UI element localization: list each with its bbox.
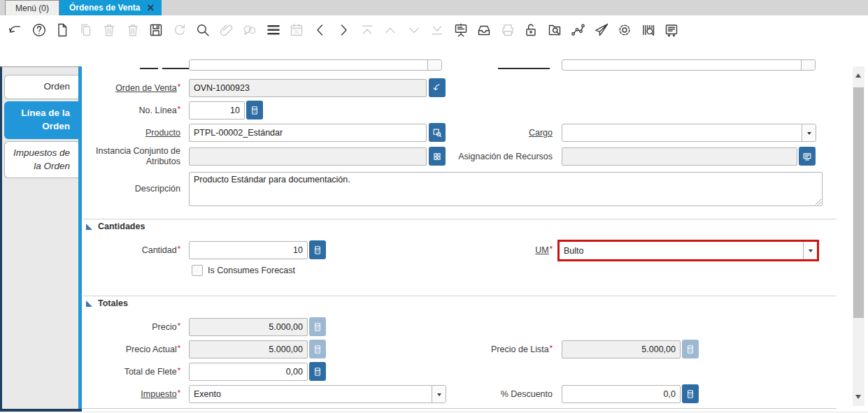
calculator-icon: [248, 104, 261, 117]
producto-label: Producto: [82, 128, 180, 138]
calculator-button-disabled: [309, 340, 326, 358]
calculator-button[interactable]: [309, 362, 326, 381]
sidebar-tabs: OrdenLínea de la OrdenImpuestos de la Or…: [0, 66, 78, 412]
new-record-icon[interactable]: [54, 22, 71, 38]
scrollbar-thumb[interactable]: [853, 87, 864, 318]
product-info-icon[interactable]: [640, 22, 657, 38]
orden-de-venta-field: [189, 79, 427, 97]
find-icon[interactable]: [194, 22, 211, 38]
attribute-grid-icon: [431, 150, 443, 163]
window-tab-bar: Menú (0) Órdenes de Venta ✕: [0, 0, 868, 15]
calculator-button[interactable]: [246, 101, 263, 119]
section-divider: [83, 219, 837, 219]
collapse-triangle-icon[interactable]: [86, 300, 92, 307]
calculator-button[interactable]: [682, 384, 699, 403]
tab-ordenes-de-venta[interactable]: Órdenes de Venta ✕: [59, 0, 162, 15]
precio-lista-field: [562, 340, 681, 358]
copy-record-icon: [78, 22, 94, 38]
descuento-field[interactable]: [562, 385, 681, 403]
report-icon[interactable]: [453, 22, 469, 38]
record-zoom-button[interactable]: [429, 78, 446, 97]
cantidades-section-title: Cantidades: [98, 222, 145, 231]
lock-icon[interactable]: [522, 22, 539, 38]
calculator-button[interactable]: [309, 240, 326, 259]
close-tab-icon[interactable]: ✕: [146, 3, 155, 13]
total-flete-field[interactable]: [189, 363, 308, 381]
up-record-icon: [382, 22, 399, 38]
previous-record-icon[interactable]: [312, 22, 329, 38]
product-search-icon: [431, 126, 443, 139]
total-flete-label: Total de Flete*: [82, 367, 180, 377]
tab-ordenes-label: Órdenes de Venta: [69, 3, 140, 13]
undo-icon[interactable]: [7, 22, 24, 38]
calculator-icon: [311, 365, 324, 378]
impuesto-label: Impuesto*: [82, 389, 180, 400]
descripcion-field[interactable]: Producto Estándar para documentación.: [189, 172, 823, 206]
sidebar-tab-impuestos-de-la-orden[interactable]: Impuestos de la Orden: [4, 141, 78, 179]
calculator-icon: [311, 321, 324, 333]
calculator-icon: [684, 343, 697, 356]
cargo-label: Cargo: [448, 128, 553, 138]
resource-assignment-button[interactable]: [799, 147, 816, 166]
window: Menú (0) Órdenes de Venta ✕ 31 OrdenLíne…: [0, 0, 868, 413]
precio-label: Precio*: [82, 322, 180, 333]
cargo-combobox[interactable]: [562, 124, 816, 142]
descripcion-label: Descripción: [82, 184, 180, 194]
calculator-icon: [684, 388, 697, 400]
attribute-set-button[interactable]: [429, 147, 446, 166]
splitter-sash[interactable]: [78, 66, 82, 412]
zoom-across-icon[interactable]: [546, 22, 563, 38]
um-label: UM*: [448, 245, 553, 256]
precio-actual-field: [189, 340, 308, 358]
tab-menu[interactable]: Menú (0): [5, 0, 59, 15]
scroll-up-icon[interactable]: [855, 71, 861, 78]
um-highlight-box: [557, 240, 819, 261]
next-record-icon[interactable]: [335, 22, 352, 38]
textarea-resize-handle[interactable]: [814, 198, 821, 205]
clipped-input[interactable]: [562, 60, 801, 70]
grid-toggle-icon[interactable]: [265, 22, 282, 38]
dropdown-button[interactable]: [432, 386, 446, 403]
archive-icon[interactable]: [476, 22, 492, 38]
delete-record-icon: [101, 22, 118, 38]
collapse-triangle-icon[interactable]: [86, 224, 92, 230]
toolbar: 31: [0, 15, 868, 44]
clipped-label-fragment: [498, 68, 550, 69]
asignacion-field: [562, 147, 797, 166]
um-combobox[interactable]: [560, 242, 817, 259]
save-icon[interactable]: [148, 22, 164, 38]
is-consumes-forecast-checkbox[interactable]: [192, 265, 203, 276]
cargo-input[interactable]: [562, 124, 802, 141]
impuesto-input[interactable]: [190, 386, 432, 403]
dropdown-button[interactable]: [427, 60, 441, 70]
dropdown-button[interactable]: [802, 124, 816, 141]
send-icon[interactable]: [593, 22, 610, 38]
clipped-field-left[interactable]: [189, 59, 442, 71]
svg-text:31: 31: [294, 29, 299, 34]
help-icon[interactable]: [31, 22, 48, 38]
calculator-button-disabled: [682, 340, 699, 358]
um-input[interactable]: [560, 242, 803, 259]
vertical-scrollbar[interactable]: [853, 66, 865, 406]
scroll-down-icon[interactable]: [855, 395, 861, 402]
calculator-button-disabled: [309, 317, 326, 336]
instancia-field: [189, 147, 427, 166]
precio-actual-label: Precio Actual*: [82, 345, 180, 355]
producto-field[interactable]: [189, 124, 427, 142]
product-search-button[interactable]: [429, 123, 446, 142]
dropdown-button[interactable]: [801, 60, 815, 70]
dropdown-button[interactable]: [803, 242, 817, 259]
sidebar-tab-orden[interactable]: Orden: [4, 75, 78, 99]
preferences-icon[interactable]: [616, 22, 633, 38]
impuesto-combobox[interactable]: [189, 385, 446, 403]
cantidad-field[interactable]: [189, 241, 308, 259]
feedback-icon[interactable]: [663, 22, 680, 38]
clipped-field-right[interactable]: [562, 59, 816, 71]
down-record-icon: [406, 22, 422, 38]
descuento-label: % Descuento: [448, 389, 553, 400]
clipped-input[interactable]: [190, 60, 427, 70]
sidebar-tab-linea-de-la-orden[interactable]: Línea de la Orden: [4, 101, 78, 139]
precio-field: [189, 318, 308, 336]
workflow-icon[interactable]: [569, 22, 586, 38]
no-linea-field[interactable]: [189, 101, 245, 119]
